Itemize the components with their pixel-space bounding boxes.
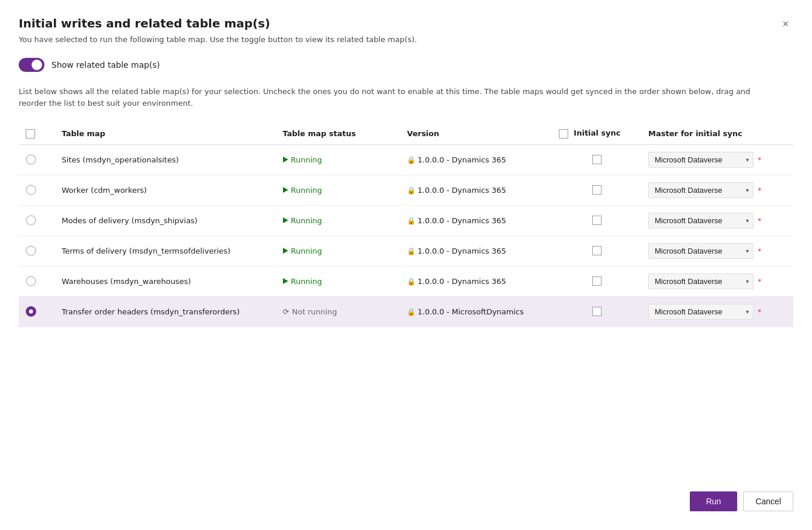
- status-notrunning: ⟳Not running: [283, 307, 393, 316]
- row-version: 🔒1.0.0.0 - Dynamics 365: [400, 205, 552, 235]
- status-running: Running: [283, 277, 393, 286]
- initsync-checkbox[interactable]: [592, 246, 602, 255]
- master-dropdown-wrapper: Microsoft Dataverse Finance and Operatio…: [648, 304, 754, 320]
- master-dropdown-wrapper: Microsoft Dataverse Finance and Operatio…: [648, 152, 754, 168]
- description-text: List below shows all the related table m…: [19, 86, 779, 109]
- cancel-button[interactable]: Cancel: [743, 491, 793, 511]
- dialog-subtitle: You have selected to run the following t…: [19, 35, 793, 44]
- row-radio-2[interactable]: [26, 185, 36, 195]
- dialog-header: Initial writes and related table map(s) …: [19, 16, 793, 32]
- row-initsync[interactable]: [552, 296, 641, 327]
- initsync-checkbox[interactable]: [592, 216, 602, 225]
- row-version: 🔒1.0.0.0 - Dynamics 365: [400, 235, 552, 266]
- table-row: Modes of delivery (msdyn_shipvias)Runnin…: [19, 205, 793, 235]
- row-master: Microsoft Dataverse Finance and Operatio…: [641, 175, 793, 205]
- row-version: 🔒1.0.0.0 - Dynamics 365: [400, 144, 552, 175]
- row-initsync[interactable]: [552, 205, 641, 235]
- required-star: *: [758, 277, 762, 286]
- play-icon: [283, 187, 288, 193]
- row-master: Microsoft Dataverse Finance and Operatio…: [641, 205, 793, 235]
- table-row: Terms of delivery (msdyn_termsofdeliveri…: [19, 235, 793, 266]
- table: Table map Table map status Version Initi…: [19, 123, 793, 327]
- initsync-checkbox[interactable]: [592, 307, 602, 316]
- required-star: *: [758, 155, 762, 164]
- run-button[interactable]: Run: [690, 491, 738, 511]
- required-star: *: [758, 307, 762, 316]
- row-radio-4[interactable]: [26, 245, 36, 256]
- status-running: Running: [283, 247, 393, 255]
- master-dropdown[interactable]: Microsoft Dataverse Finance and Operatio…: [648, 273, 754, 289]
- play-icon: [283, 278, 288, 284]
- row-master: Microsoft Dataverse Finance and Operatio…: [641, 235, 793, 266]
- lock-icon: 🔒: [407, 247, 416, 255]
- row-master: Microsoft Dataverse Finance and Operatio…: [641, 266, 793, 296]
- lock-icon: 🔒: [407, 308, 416, 316]
- master-dropdown-wrapper: Microsoft Dataverse Finance and Operatio…: [648, 243, 754, 259]
- master-dropdown[interactable]: Microsoft Dataverse Finance and Operatio…: [648, 152, 754, 168]
- row-tablemap-name: Warehouses (msdyn_warehouses): [54, 266, 275, 296]
- play-icon: [283, 157, 288, 162]
- required-star: *: [758, 247, 762, 255]
- master-dropdown[interactable]: Microsoft Dataverse Finance and Operatio…: [648, 182, 754, 198]
- master-dropdown[interactable]: Microsoft Dataverse Finance and Operatio…: [648, 213, 754, 228]
- master-dropdown[interactable]: Microsoft Dataverse Finance and Operatio…: [648, 304, 754, 320]
- th-initsync: Initial sync: [552, 123, 641, 144]
- row-initsync[interactable]: [552, 144, 641, 175]
- table-header-row: Table map Table map status Version Initi…: [19, 123, 793, 144]
- row-version: 🔒1.0.0.0 - MicrosoftDynamics: [400, 296, 552, 327]
- row-tablemap-name: Transfer order headers (msdyn_transferor…: [54, 296, 275, 327]
- initsync-header-checkbox[interactable]: [559, 129, 568, 138]
- table-body: Sites (msdyn_operationalsites)Running🔒1.…: [19, 144, 793, 327]
- row-status: Running: [276, 235, 400, 266]
- toggle-row: Show related table map(s): [19, 58, 793, 72]
- row-radio-5[interactable]: [26, 276, 36, 286]
- master-dropdown[interactable]: Microsoft Dataverse Finance and Operatio…: [648, 243, 754, 259]
- th-master: Master for initial sync: [641, 123, 793, 144]
- row-radio-3[interactable]: [26, 215, 36, 226]
- th-status: Table map status: [276, 123, 400, 144]
- close-button[interactable]: ×: [778, 16, 793, 32]
- required-star: *: [758, 216, 762, 225]
- row-radio-6[interactable]: [26, 306, 36, 317]
- table-row: Sites (msdyn_operationalsites)Running🔒1.…: [19, 144, 793, 175]
- table-row: Worker (cdm_workers)Running🔒1.0.0.0 - Dy…: [19, 175, 793, 205]
- th-select: [19, 123, 54, 144]
- master-dropdown-wrapper: Microsoft Dataverse Finance and Operatio…: [648, 213, 754, 228]
- lock-icon: 🔒: [407, 217, 416, 225]
- dialog-container: Initial writes and related table map(s) …: [0, 0, 812, 530]
- row-version: 🔒1.0.0.0 - Dynamics 365: [400, 175, 552, 205]
- dialog-footer: Run Cancel: [19, 482, 793, 511]
- row-initsync[interactable]: [552, 266, 641, 296]
- lock-icon: 🔒: [407, 186, 416, 195]
- initsync-checkbox[interactable]: [592, 276, 602, 286]
- row-tablemap-name: Terms of delivery (msdyn_termsofdeliveri…: [54, 235, 275, 266]
- row-version: 🔒1.0.0.0 - Dynamics 365: [400, 266, 552, 296]
- table-row: Warehouses (msdyn_warehouses)Running🔒1.0…: [19, 266, 793, 296]
- play-icon: [283, 248, 288, 254]
- header-checkbox[interactable]: [26, 129, 35, 138]
- row-status: Running: [276, 205, 400, 235]
- show-related-toggle[interactable]: [19, 58, 44, 72]
- toggle-label: Show related table map(s): [51, 60, 160, 70]
- master-dropdown-wrapper: Microsoft Dataverse Finance and Operatio…: [648, 273, 754, 289]
- row-status: ⟳Not running: [276, 296, 400, 327]
- row-initsync[interactable]: [552, 235, 641, 266]
- row-initsync[interactable]: [552, 175, 641, 205]
- th-version: Version: [400, 123, 552, 144]
- row-status: Running: [276, 144, 400, 175]
- lock-icon: 🔒: [407, 278, 416, 286]
- table-row: Transfer order headers (msdyn_transferor…: [19, 296, 793, 327]
- table-container: Table map Table map status Version Initi…: [19, 123, 793, 463]
- status-running: Running: [283, 186, 393, 195]
- row-tablemap-name: Worker (cdm_workers): [54, 175, 275, 205]
- status-running: Running: [283, 216, 393, 225]
- status-running: Running: [283, 155, 393, 164]
- master-dropdown-wrapper: Microsoft Dataverse Finance and Operatio…: [648, 182, 754, 198]
- required-star: *: [758, 186, 762, 195]
- row-radio-1[interactable]: [26, 154, 36, 165]
- row-status: Running: [276, 175, 400, 205]
- initsync-checkbox[interactable]: [592, 185, 602, 195]
- th-tablemap: Table map: [54, 123, 275, 144]
- initsync-checkbox[interactable]: [592, 155, 602, 164]
- row-master: Microsoft Dataverse Finance and Operatio…: [641, 144, 793, 175]
